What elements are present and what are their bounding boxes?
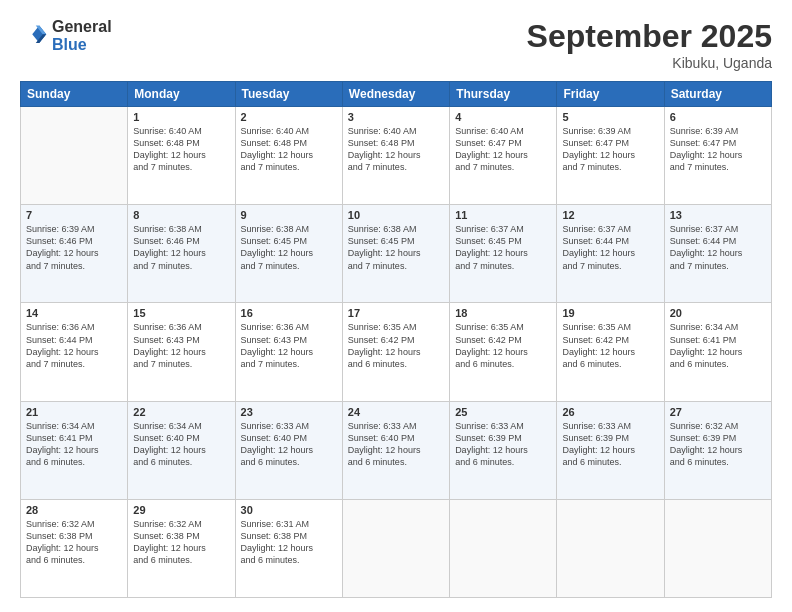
day-info: Sunrise: 6:35 AM Sunset: 6:42 PM Dayligh… xyxy=(455,321,551,370)
col-wednesday: Wednesday xyxy=(342,82,449,107)
table-row: 22Sunrise: 6:34 AM Sunset: 6:40 PM Dayli… xyxy=(128,401,235,499)
calendar-week-row: 28Sunrise: 6:32 AM Sunset: 6:38 PM Dayli… xyxy=(21,499,772,597)
page: General Blue September 2025 Kibuku, Ugan… xyxy=(0,0,792,612)
table-row: 8Sunrise: 6:38 AM Sunset: 6:46 PM Daylig… xyxy=(128,205,235,303)
calendar-body: 1Sunrise: 6:40 AM Sunset: 6:48 PM Daylig… xyxy=(21,107,772,598)
day-info: Sunrise: 6:32 AM Sunset: 6:38 PM Dayligh… xyxy=(26,518,122,567)
day-number: 25 xyxy=(455,406,551,418)
logo-general-text: General xyxy=(52,18,112,36)
table-row: 20Sunrise: 6:34 AM Sunset: 6:41 PM Dayli… xyxy=(664,303,771,401)
table-row: 30Sunrise: 6:31 AM Sunset: 6:38 PM Dayli… xyxy=(235,499,342,597)
day-number: 10 xyxy=(348,209,444,221)
day-number: 8 xyxy=(133,209,229,221)
day-info: Sunrise: 6:40 AM Sunset: 6:47 PM Dayligh… xyxy=(455,125,551,174)
day-number: 4 xyxy=(455,111,551,123)
col-monday: Monday xyxy=(128,82,235,107)
day-info: Sunrise: 6:40 AM Sunset: 6:48 PM Dayligh… xyxy=(133,125,229,174)
day-info: Sunrise: 6:36 AM Sunset: 6:43 PM Dayligh… xyxy=(241,321,337,370)
month-title: September 2025 xyxy=(527,18,772,55)
day-number: 7 xyxy=(26,209,122,221)
table-row: 1Sunrise: 6:40 AM Sunset: 6:48 PM Daylig… xyxy=(128,107,235,205)
day-number: 1 xyxy=(133,111,229,123)
table-row: 27Sunrise: 6:32 AM Sunset: 6:39 PM Dayli… xyxy=(664,401,771,499)
calendar-week-row: 1Sunrise: 6:40 AM Sunset: 6:48 PM Daylig… xyxy=(21,107,772,205)
day-info: Sunrise: 6:36 AM Sunset: 6:43 PM Dayligh… xyxy=(133,321,229,370)
day-info: Sunrise: 6:37 AM Sunset: 6:44 PM Dayligh… xyxy=(562,223,658,272)
table-row: 10Sunrise: 6:38 AM Sunset: 6:45 PM Dayli… xyxy=(342,205,449,303)
header-row: Sunday Monday Tuesday Wednesday Thursday… xyxy=(21,82,772,107)
logo-text: General Blue xyxy=(52,18,112,53)
day-info: Sunrise: 6:35 AM Sunset: 6:42 PM Dayligh… xyxy=(348,321,444,370)
table-row: 26Sunrise: 6:33 AM Sunset: 6:39 PM Dayli… xyxy=(557,401,664,499)
table-row xyxy=(664,499,771,597)
day-info: Sunrise: 6:39 AM Sunset: 6:46 PM Dayligh… xyxy=(26,223,122,272)
day-info: Sunrise: 6:40 AM Sunset: 6:48 PM Dayligh… xyxy=(241,125,337,174)
day-info: Sunrise: 6:38 AM Sunset: 6:45 PM Dayligh… xyxy=(241,223,337,272)
logo-blue-text: Blue xyxy=(52,36,112,54)
table-row: 14Sunrise: 6:36 AM Sunset: 6:44 PM Dayli… xyxy=(21,303,128,401)
day-info: Sunrise: 6:35 AM Sunset: 6:42 PM Dayligh… xyxy=(562,321,658,370)
day-info: Sunrise: 6:37 AM Sunset: 6:45 PM Dayligh… xyxy=(455,223,551,272)
table-row: 7Sunrise: 6:39 AM Sunset: 6:46 PM Daylig… xyxy=(21,205,128,303)
calendar-week-row: 14Sunrise: 6:36 AM Sunset: 6:44 PM Dayli… xyxy=(21,303,772,401)
day-info: Sunrise: 6:36 AM Sunset: 6:44 PM Dayligh… xyxy=(26,321,122,370)
table-row xyxy=(21,107,128,205)
table-row: 29Sunrise: 6:32 AM Sunset: 6:38 PM Dayli… xyxy=(128,499,235,597)
day-number: 27 xyxy=(670,406,766,418)
day-number: 18 xyxy=(455,307,551,319)
table-row xyxy=(557,499,664,597)
table-row: 19Sunrise: 6:35 AM Sunset: 6:42 PM Dayli… xyxy=(557,303,664,401)
table-row: 11Sunrise: 6:37 AM Sunset: 6:45 PM Dayli… xyxy=(450,205,557,303)
table-row: 18Sunrise: 6:35 AM Sunset: 6:42 PM Dayli… xyxy=(450,303,557,401)
table-row: 21Sunrise: 6:34 AM Sunset: 6:41 PM Dayli… xyxy=(21,401,128,499)
col-thursday: Thursday xyxy=(450,82,557,107)
day-info: Sunrise: 6:34 AM Sunset: 6:41 PM Dayligh… xyxy=(670,321,766,370)
day-info: Sunrise: 6:32 AM Sunset: 6:38 PM Dayligh… xyxy=(133,518,229,567)
day-number: 30 xyxy=(241,504,337,516)
table-row: 15Sunrise: 6:36 AM Sunset: 6:43 PM Dayli… xyxy=(128,303,235,401)
table-row: 13Sunrise: 6:37 AM Sunset: 6:44 PM Dayli… xyxy=(664,205,771,303)
day-info: Sunrise: 6:33 AM Sunset: 6:40 PM Dayligh… xyxy=(241,420,337,469)
table-row: 12Sunrise: 6:37 AM Sunset: 6:44 PM Dayli… xyxy=(557,205,664,303)
table-row: 6Sunrise: 6:39 AM Sunset: 6:47 PM Daylig… xyxy=(664,107,771,205)
day-number: 14 xyxy=(26,307,122,319)
day-info: Sunrise: 6:34 AM Sunset: 6:40 PM Dayligh… xyxy=(133,420,229,469)
day-number: 13 xyxy=(670,209,766,221)
day-info: Sunrise: 6:40 AM Sunset: 6:48 PM Dayligh… xyxy=(348,125,444,174)
day-info: Sunrise: 6:32 AM Sunset: 6:39 PM Dayligh… xyxy=(670,420,766,469)
logo: General Blue xyxy=(20,18,112,53)
title-block: September 2025 Kibuku, Uganda xyxy=(527,18,772,71)
day-info: Sunrise: 6:33 AM Sunset: 6:40 PM Dayligh… xyxy=(348,420,444,469)
day-info: Sunrise: 6:33 AM Sunset: 6:39 PM Dayligh… xyxy=(562,420,658,469)
day-number: 3 xyxy=(348,111,444,123)
table-row: 16Sunrise: 6:36 AM Sunset: 6:43 PM Dayli… xyxy=(235,303,342,401)
day-number: 6 xyxy=(670,111,766,123)
day-info: Sunrise: 6:38 AM Sunset: 6:46 PM Dayligh… xyxy=(133,223,229,272)
day-info: Sunrise: 6:34 AM Sunset: 6:41 PM Dayligh… xyxy=(26,420,122,469)
day-number: 16 xyxy=(241,307,337,319)
day-number: 22 xyxy=(133,406,229,418)
day-number: 24 xyxy=(348,406,444,418)
table-row: 25Sunrise: 6:33 AM Sunset: 6:39 PM Dayli… xyxy=(450,401,557,499)
day-info: Sunrise: 6:39 AM Sunset: 6:47 PM Dayligh… xyxy=(670,125,766,174)
table-row: 28Sunrise: 6:32 AM Sunset: 6:38 PM Dayli… xyxy=(21,499,128,597)
day-info: Sunrise: 6:31 AM Sunset: 6:38 PM Dayligh… xyxy=(241,518,337,567)
day-number: 17 xyxy=(348,307,444,319)
day-info: Sunrise: 6:33 AM Sunset: 6:39 PM Dayligh… xyxy=(455,420,551,469)
day-number: 5 xyxy=(562,111,658,123)
calendar-table: Sunday Monday Tuesday Wednesday Thursday… xyxy=(20,81,772,598)
calendar-week-row: 7Sunrise: 6:39 AM Sunset: 6:46 PM Daylig… xyxy=(21,205,772,303)
col-sunday: Sunday xyxy=(21,82,128,107)
day-number: 19 xyxy=(562,307,658,319)
day-info: Sunrise: 6:38 AM Sunset: 6:45 PM Dayligh… xyxy=(348,223,444,272)
calendar-week-row: 21Sunrise: 6:34 AM Sunset: 6:41 PM Dayli… xyxy=(21,401,772,499)
table-row: 24Sunrise: 6:33 AM Sunset: 6:40 PM Dayli… xyxy=(342,401,449,499)
day-number: 20 xyxy=(670,307,766,319)
table-row: 4Sunrise: 6:40 AM Sunset: 6:47 PM Daylig… xyxy=(450,107,557,205)
col-saturday: Saturday xyxy=(664,82,771,107)
logo-icon xyxy=(20,22,48,50)
table-row: 5Sunrise: 6:39 AM Sunset: 6:47 PM Daylig… xyxy=(557,107,664,205)
calendar-header: Sunday Monday Tuesday Wednesday Thursday… xyxy=(21,82,772,107)
day-number: 11 xyxy=(455,209,551,221)
location: Kibuku, Uganda xyxy=(527,55,772,71)
